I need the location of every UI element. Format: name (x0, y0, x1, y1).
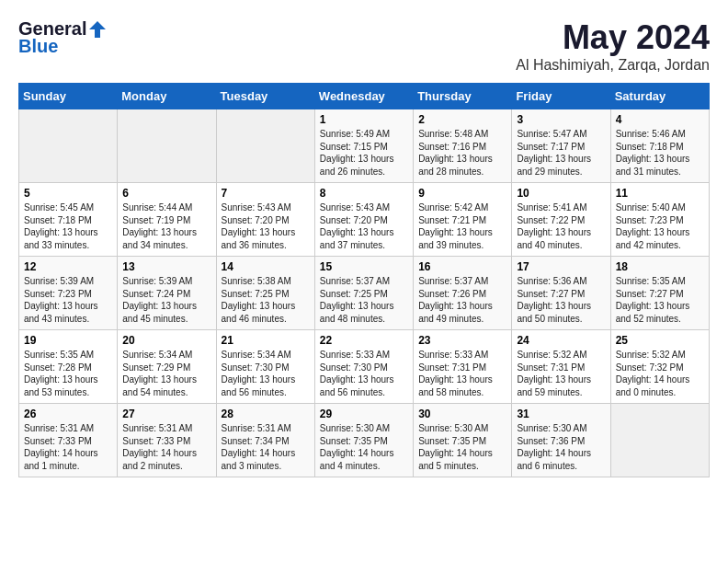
day-number: 3 (517, 113, 605, 126)
day-info: Sunrise: 5:41 AM Sunset: 7:22 PM Dayligh… (517, 201, 605, 251)
title-section: May 2024 Al Hashimiyah, Zarqa, Jordan (516, 18, 710, 74)
day-info: Sunrise: 5:38 AM Sunset: 7:25 PM Dayligh… (222, 275, 310, 325)
calendar-cell: 23Sunrise: 5:33 AM Sunset: 7:31 PM Dayli… (414, 330, 512, 404)
weekday-header-thursday: Thursday (414, 84, 512, 109)
calendar-cell (19, 109, 118, 183)
calendar-cell: 3Sunrise: 5:47 AM Sunset: 7:17 PM Daylig… (512, 109, 610, 183)
svg-marker-0 (89, 21, 106, 38)
day-number: 7 (222, 187, 310, 200)
day-number: 13 (122, 260, 210, 273)
day-info: Sunrise: 5:35 AM Sunset: 7:27 PM Dayligh… (616, 275, 704, 325)
day-number: 18 (616, 260, 704, 273)
day-number: 2 (418, 113, 506, 126)
calendar-cell: 30Sunrise: 5:30 AM Sunset: 7:35 PM Dayli… (414, 404, 512, 477)
day-info: Sunrise: 5:31 AM Sunset: 7:33 PM Dayligh… (122, 422, 210, 472)
day-info: Sunrise: 5:30 AM Sunset: 7:36 PM Dayligh… (517, 422, 605, 472)
day-number: 15 (320, 260, 408, 273)
weekday-header-tuesday: Tuesday (216, 84, 314, 109)
calendar-cell: 29Sunrise: 5:30 AM Sunset: 7:35 PM Dayli… (314, 404, 413, 477)
calendar-cell: 22Sunrise: 5:33 AM Sunset: 7:30 PM Dayli… (314, 330, 413, 404)
calendar-week-row: 12Sunrise: 5:39 AM Sunset: 7:23 PM Dayli… (19, 257, 710, 330)
weekday-header-wednesday: Wednesday (314, 84, 413, 109)
day-info: Sunrise: 5:30 AM Sunset: 7:35 PM Dayligh… (418, 422, 506, 472)
day-info: Sunrise: 5:33 AM Sunset: 7:30 PM Dayligh… (320, 349, 408, 398)
day-number: 21 (222, 334, 310, 347)
weekday-header-row: SundayMondayTuesdayWednesdayThursdayFrid… (19, 84, 710, 109)
day-number: 16 (418, 260, 506, 273)
calendar-cell: 9Sunrise: 5:42 AM Sunset: 7:21 PM Daylig… (414, 183, 512, 257)
calendar-cell: 11Sunrise: 5:40 AM Sunset: 7:23 PM Dayli… (610, 183, 709, 257)
day-number: 11 (616, 187, 704, 200)
day-info: Sunrise: 5:34 AM Sunset: 7:30 PM Dayligh… (222, 349, 310, 398)
calendar-cell: 13Sunrise: 5:39 AM Sunset: 7:24 PM Dayli… (118, 257, 216, 330)
day-info: Sunrise: 5:48 AM Sunset: 7:16 PM Dayligh… (418, 128, 506, 178)
day-info: Sunrise: 5:37 AM Sunset: 7:25 PM Dayligh… (320, 275, 408, 325)
day-number: 19 (24, 334, 112, 347)
day-number: 5 (24, 187, 112, 200)
day-number: 29 (320, 408, 408, 420)
day-info: Sunrise: 5:46 AM Sunset: 7:18 PM Dayligh… (616, 128, 704, 178)
day-number: 31 (517, 408, 605, 420)
day-number: 22 (320, 334, 408, 347)
weekday-header-saturday: Saturday (610, 84, 709, 109)
day-info: Sunrise: 5:44 AM Sunset: 7:19 PM Dayligh… (122, 201, 210, 251)
day-info: Sunrise: 5:36 AM Sunset: 7:27 PM Dayligh… (517, 275, 605, 325)
day-info: Sunrise: 5:43 AM Sunset: 7:20 PM Dayligh… (222, 201, 310, 251)
day-info: Sunrise: 5:39 AM Sunset: 7:23 PM Dayligh… (24, 275, 112, 325)
header: General Blue May 2024 Al Hashimiyah, Zar… (18, 18, 710, 74)
calendar-week-row: 5Sunrise: 5:45 AM Sunset: 7:18 PM Daylig… (19, 183, 710, 257)
day-number: 8 (320, 187, 408, 200)
calendar-cell: 27Sunrise: 5:31 AM Sunset: 7:33 PM Dayli… (118, 404, 216, 477)
day-number: 30 (418, 408, 506, 420)
calendar-week-row: 1Sunrise: 5:49 AM Sunset: 7:15 PM Daylig… (19, 109, 710, 183)
calendar-cell: 1Sunrise: 5:49 AM Sunset: 7:15 PM Daylig… (314, 109, 413, 183)
day-info: Sunrise: 5:34 AM Sunset: 7:29 PM Dayligh… (122, 349, 210, 398)
calendar-cell: 16Sunrise: 5:37 AM Sunset: 7:26 PM Dayli… (414, 257, 512, 330)
weekday-header-sunday: Sunday (19, 84, 118, 109)
calendar-cell: 7Sunrise: 5:43 AM Sunset: 7:20 PM Daylig… (216, 183, 314, 257)
calendar-cell: 10Sunrise: 5:41 AM Sunset: 7:22 PM Dayli… (512, 183, 610, 257)
location-title: Al Hashimiyah, Zarqa, Jordan (516, 57, 710, 74)
calendar-cell: 24Sunrise: 5:32 AM Sunset: 7:31 PM Dayli… (512, 330, 610, 404)
logo-blue: Blue (18, 36, 58, 57)
weekday-header-monday: Monday (118, 84, 216, 109)
day-info: Sunrise: 5:32 AM Sunset: 7:32 PM Dayligh… (616, 349, 704, 398)
day-number: 25 (616, 334, 704, 347)
calendar-cell: 21Sunrise: 5:34 AM Sunset: 7:30 PM Dayli… (216, 330, 314, 404)
day-info: Sunrise: 5:49 AM Sunset: 7:15 PM Dayligh… (320, 128, 408, 178)
day-number: 10 (517, 187, 605, 200)
day-info: Sunrise: 5:33 AM Sunset: 7:31 PM Dayligh… (418, 349, 506, 398)
day-number: 6 (122, 187, 210, 200)
logo-icon (87, 19, 108, 40)
day-info: Sunrise: 5:31 AM Sunset: 7:34 PM Dayligh… (222, 422, 310, 472)
calendar-week-row: 26Sunrise: 5:31 AM Sunset: 7:33 PM Dayli… (19, 404, 710, 477)
day-number: 23 (418, 334, 506, 347)
day-info: Sunrise: 5:47 AM Sunset: 7:17 PM Dayligh… (517, 128, 605, 178)
calendar-cell: 4Sunrise: 5:46 AM Sunset: 7:18 PM Daylig… (610, 109, 709, 183)
calendar-cell: 12Sunrise: 5:39 AM Sunset: 7:23 PM Dayli… (19, 257, 118, 330)
day-info: Sunrise: 5:40 AM Sunset: 7:23 PM Dayligh… (616, 201, 704, 251)
day-number: 17 (517, 260, 605, 273)
day-number: 1 (320, 113, 408, 126)
calendar-cell: 2Sunrise: 5:48 AM Sunset: 7:16 PM Daylig… (414, 109, 512, 183)
calendar-cell: 17Sunrise: 5:36 AM Sunset: 7:27 PM Dayli… (512, 257, 610, 330)
day-number: 14 (222, 260, 310, 273)
day-number: 20 (122, 334, 210, 347)
calendar-cell (216, 109, 314, 183)
weekday-header-friday: Friday (512, 84, 610, 109)
calendar-cell (118, 109, 216, 183)
calendar-cell: 14Sunrise: 5:38 AM Sunset: 7:25 PM Dayli… (216, 257, 314, 330)
day-info: Sunrise: 5:45 AM Sunset: 7:18 PM Dayligh… (24, 201, 112, 251)
day-number: 24 (517, 334, 605, 347)
calendar-cell: 31Sunrise: 5:30 AM Sunset: 7:36 PM Dayli… (512, 404, 610, 477)
calendar-cell: 19Sunrise: 5:35 AM Sunset: 7:28 PM Dayli… (19, 330, 118, 404)
calendar-cell: 28Sunrise: 5:31 AM Sunset: 7:34 PM Dayli… (216, 404, 314, 477)
day-number: 27 (122, 408, 210, 420)
calendar-cell: 20Sunrise: 5:34 AM Sunset: 7:29 PM Dayli… (118, 330, 216, 404)
day-info: Sunrise: 5:32 AM Sunset: 7:31 PM Dayligh… (517, 349, 605, 398)
calendar-cell: 8Sunrise: 5:43 AM Sunset: 7:20 PM Daylig… (314, 183, 413, 257)
calendar-cell: 15Sunrise: 5:37 AM Sunset: 7:25 PM Dayli… (314, 257, 413, 330)
day-info: Sunrise: 5:43 AM Sunset: 7:20 PM Dayligh… (320, 201, 408, 251)
day-number: 26 (24, 408, 112, 420)
calendar-cell (610, 404, 709, 477)
